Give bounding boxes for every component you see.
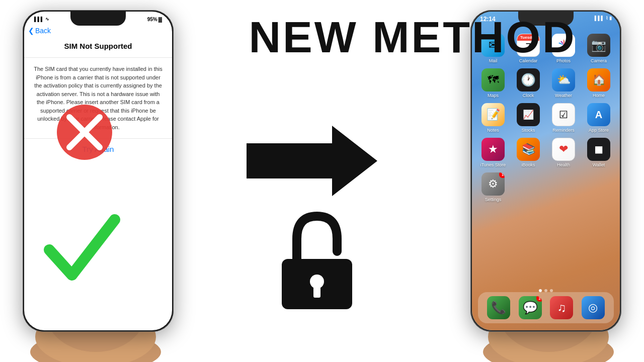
- weather-label: Weather: [555, 93, 572, 98]
- app-reminders[interactable]: ☑ Reminders: [549, 103, 578, 133]
- app-row-4: ★ iTunes Store 📚 iBooks ❤ Health ◼: [479, 138, 613, 167]
- app-itunes[interactable]: ★ iTunes Store: [479, 138, 507, 167]
- app-row-2: 🗺 Maps 🕐 Clock ⛅ Weather 🏠: [479, 68, 613, 98]
- messages-badge: 2: [536, 296, 542, 302]
- app-maps[interactable]: 🗺 Maps: [479, 68, 507, 98]
- health-icon: ❤: [552, 138, 575, 161]
- dock: 📞 💬 2 ♫ ◎: [478, 292, 614, 323]
- ibooks-label: iBooks: [521, 162, 535, 167]
- red-x-overlay: [54, 102, 115, 162]
- clock-icon: 🕐: [517, 68, 540, 92]
- app-home[interactable]: 🏠 Home: [585, 68, 613, 98]
- battery-text: 95%: [147, 17, 157, 22]
- dock-phone[interactable]: 📞: [486, 296, 512, 319]
- app-row-3: 📝 Notes 📈 Stocks ☑ Reminders A: [479, 103, 613, 133]
- app-wallet[interactable]: ◼ Wallet: [585, 138, 613, 167]
- appstore-icon: A: [587, 103, 610, 126]
- ibooks-icon: 📚: [517, 138, 540, 161]
- itunes-label: iTunes Store: [480, 162, 506, 167]
- app-stocks[interactable]: 📈 Stocks: [514, 103, 542, 133]
- reminders-label: Reminders: [552, 128, 575, 133]
- phone-left: ▌▌▌ ∿ 10:31 AM 95% ▓ ❮ Back SIM Not Supp…: [10, 10, 186, 352]
- settings-badge: 1: [499, 172, 505, 178]
- back-chevron-icon: ❮: [28, 27, 34, 35]
- notes-label: Notes: [487, 128, 499, 133]
- settings-label: Settings: [485, 197, 502, 202]
- app-clock[interactable]: 🕐 Clock: [514, 68, 542, 98]
- battery-icon: ▓: [158, 17, 162, 22]
- appstore-label: App Store: [589, 128, 609, 133]
- dock-safari[interactable]: ◎: [580, 296, 606, 319]
- notes-icon: 📝: [481, 103, 505, 126]
- app-health[interactable]: ❤ Health: [549, 138, 578, 167]
- stocks-label: Stocks: [521, 128, 535, 133]
- app-appstore[interactable]: A App Store: [585, 103, 613, 133]
- battery-indicator: 95% ▓: [147, 17, 162, 22]
- itunes-icon: ★: [481, 138, 505, 161]
- dock-messages[interactable]: 💬 2: [517, 296, 543, 319]
- reminders-icon: ☑: [552, 103, 575, 126]
- svg-rect-6: [313, 287, 320, 298]
- phone-screen-left: ▌▌▌ ∿ 10:31 AM 95% ▓ ❮ Back SIM Not Supp…: [24, 12, 172, 330]
- home-label: Home: [593, 93, 605, 98]
- back-button[interactable]: ❮ Back: [24, 25, 172, 37]
- lock-container: [272, 206, 362, 317]
- app-row-5: ⚙ 1 Settings: [479, 172, 613, 202]
- safari-app-icon: ◎: [582, 296, 605, 319]
- app-ibooks[interactable]: 📚 iBooks: [514, 138, 542, 167]
- settings-icon: ⚙ 1: [481, 172, 505, 196]
- clock-label: Clock: [523, 93, 534, 98]
- app-weather[interactable]: ⛅ Weather: [549, 68, 578, 98]
- arrow-container: [236, 111, 387, 211]
- back-label: Back: [35, 27, 51, 35]
- unlock-icon: [277, 211, 357, 312]
- notch-left: [70, 12, 126, 26]
- green-checkmark: [39, 205, 125, 290]
- weather-icon: ⛅: [552, 68, 575, 92]
- sim-title: SIM Not Supported: [24, 37, 172, 58]
- app-settings[interactable]: ⚙ 1 Settings: [479, 172, 507, 202]
- scene: NEW METHOD ▌▌▌ ∿ 10:31 AM 95% ▓: [0, 0, 644, 362]
- health-label: Health: [557, 162, 570, 167]
- wifi-icon: ∿: [45, 17, 49, 22]
- maps-icon: 🗺: [481, 68, 505, 92]
- signal-icon: ▌▌▌: [34, 17, 44, 22]
- stocks-icon: 📈: [517, 103, 540, 126]
- svg-marker-3: [247, 126, 377, 196]
- wallet-icon: ◼: [587, 138, 610, 161]
- home-icon: 🏠: [587, 68, 610, 92]
- signal-icons: ▌▌▌ ∿: [34, 17, 49, 22]
- music-app-icon: ♫: [550, 296, 573, 319]
- phone-app-icon: 📞: [487, 296, 510, 319]
- svg-point-5: [310, 275, 324, 289]
- wallet-label: Wallet: [593, 162, 605, 167]
- app-notes[interactable]: 📝 Notes: [479, 103, 507, 133]
- page-title: NEW METHOD: [186, 15, 639, 59]
- messages-app-icon: 💬 2: [519, 296, 542, 319]
- right-arrow-icon: [247, 121, 377, 201]
- maps-label: Maps: [488, 93, 499, 98]
- dock-music[interactable]: ♫: [548, 296, 575, 319]
- phone-frame-left: ▌▌▌ ∿ 10:31 AM 95% ▓ ❮ Back SIM Not Supp…: [23, 10, 174, 332]
